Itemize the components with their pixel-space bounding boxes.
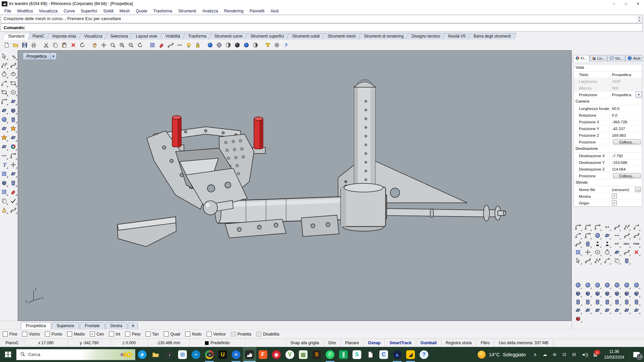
- eraser-button[interactable]: [157, 41, 166, 49]
- notepad-app[interactable]: [364, 347, 377, 362]
- solid-sphere-4-tool[interactable]: [603, 281, 611, 289]
- open-polyline-tool[interactable]: [593, 248, 601, 256]
- solid-sphere-6-tool[interactable]: [623, 281, 631, 289]
- solid-cylinder-7-tool[interactable]: [632, 298, 640, 306]
- extrude-tool[interactable]: [9, 179, 17, 187]
- cast-icon[interactable]: ⊡: [561, 352, 567, 357]
- viewport-tab[interactable]: Superiore: [52, 322, 79, 329]
- point-tool[interactable]: [9, 52, 17, 60]
- command-scrollbar[interactable]: ▲▼: [637, 15, 642, 22]
- toolbar-tab[interactable]: Trasforma: [182, 33, 213, 40]
- rotate-view-button[interactable]: [136, 41, 145, 49]
- menu-item[interactable]: Modifica: [14, 8, 36, 14]
- offset-curve-tool[interactable]: [593, 223, 601, 231]
- layer-cell[interactable]: Predefinito: [190, 339, 246, 347]
- property-value[interactable]: -369.728: [610, 120, 642, 124]
- shaded-view-button[interactable]: [224, 41, 233, 49]
- solid-cylinder-3-tool[interactable]: [593, 298, 601, 306]
- solid-cube-tool[interactable]: [0, 179, 8, 187]
- onedrive-icon[interactable]: ☁: [542, 352, 547, 357]
- osnap-checkbox[interactable]: [45, 331, 50, 337]
- solid-slab-6-tool[interactable]: [623, 306, 631, 314]
- command-history[interactable]: Creazione delle mesh in corso... Premere…: [1, 15, 643, 23]
- convert-dashed-tool[interactable]: [613, 231, 621, 239]
- curve-tool[interactable]: [9, 61, 17, 69]
- toolbar-tab[interactable]: Strumenti superfici: [245, 33, 290, 40]
- zoom-extents-button[interactable]: [126, 41, 136, 49]
- solid-cylinder-6-tool[interactable]: [623, 298, 631, 306]
- osnap-checkbox[interactable]: [125, 331, 130, 337]
- browse-button[interactable]: ...: [635, 187, 641, 192]
- box-tool[interactable]: [9, 106, 17, 114]
- taskbar-search-box[interactable]: Cerca ❀ ❀ ✿: [16, 349, 136, 360]
- rectangle-3pt-tool[interactable]: [9, 79, 17, 87]
- solid-cylinder-1-tool[interactable]: [574, 298, 582, 306]
- fillet-curves-tool[interactable]: [574, 223, 582, 231]
- property-value[interactable]: Colloca...: [610, 139, 642, 144]
- print-button[interactable]: [29, 41, 38, 49]
- toolbar-tab[interactable]: Seleziona: [104, 33, 134, 40]
- property-value[interactable]: 1620: [610, 79, 642, 83]
- solid-box-2-tool[interactable]: [584, 289, 592, 297]
- osnap-checkbox[interactable]: [22, 331, 27, 337]
- sphere-tool[interactable]: [0, 115, 8, 123]
- color-wheel-tool[interactable]: [9, 142, 17, 150]
- surface-cage-tool[interactable]: [9, 97, 17, 105]
- chitubox-app[interactable]: C: [377, 347, 390, 362]
- file-explorer-app[interactable]: [149, 347, 162, 362]
- status-toggle[interactable]: SmartTrack: [385, 339, 416, 347]
- property-value[interactable]: Colloca...: [610, 173, 642, 178]
- status-toggle[interactable]: Filtro: [476, 339, 494, 347]
- status-toggle[interactable]: Osnap: [364, 339, 385, 347]
- subcurve-tool[interactable]: [584, 231, 592, 239]
- render-button[interactable]: [206, 41, 215, 49]
- blend-curve-tool[interactable]: [9, 152, 17, 160]
- insert-kink-tool[interactable]: [623, 223, 631, 231]
- undo-button[interactable]: [78, 41, 87, 49]
- solid-sphere-7-tool[interactable]: [632, 281, 640, 289]
- solid-box-6-tool[interactable]: [623, 289, 631, 297]
- curve-handles-tool[interactable]: [623, 248, 631, 256]
- fillet-curve-tool[interactable]: [0, 97, 8, 105]
- menu-item[interactable]: Pannelli: [247, 8, 267, 14]
- property-value[interactable]: -7.792: [610, 154, 642, 158]
- edit-curve-tool[interactable]: [584, 256, 592, 264]
- lasso-select-tool[interactable]: [9, 206, 17, 214]
- edge-app[interactable]: e: [136, 347, 149, 362]
- osnap-item[interactable]: Tan: [146, 331, 159, 337]
- solid-slab-4-tool[interactable]: [603, 306, 611, 314]
- osnap-item[interactable]: Medio: [67, 331, 85, 337]
- property-value[interactable]: [610, 194, 642, 199]
- menu-item[interactable]: File: [1, 8, 14, 14]
- toolbar-tab[interactable]: Strumenti solidi: [286, 33, 325, 40]
- adjust-end-bulge-tool[interactable]: [574, 231, 582, 239]
- tab-livelli[interactable]: Liv...: [590, 55, 607, 61]
- property-value[interactable]: 800: [610, 86, 642, 90]
- store-app[interactable]: ⊞: [176, 347, 189, 362]
- nordvpn-app[interactable]: ▲: [390, 347, 404, 362]
- osnap-checkbox[interactable]: [109, 331, 114, 337]
- freecad-yellow-app[interactable]: ◢: [404, 347, 417, 362]
- menu-item[interactable]: Analizza: [199, 8, 221, 14]
- primitives-tool[interactable]: [0, 206, 8, 214]
- toolbar-tab[interactable]: Standard: [2, 33, 30, 40]
- check-objects-tool[interactable]: [9, 197, 17, 205]
- edit-points-on-tool[interactable]: [593, 240, 601, 248]
- change-degree-tool[interactable]: DEG: [623, 240, 631, 248]
- property-value[interactable]: -42.237: [610, 127, 642, 131]
- block-tool[interactable]: [0, 170, 8, 178]
- status-toggle[interactable]: Snap alla griglia: [286, 339, 324, 347]
- arc-tool[interactable]: [0, 79, 8, 87]
- cplane-grid-button[interactable]: [148, 41, 157, 49]
- osnap-item[interactable]: Disabilita: [256, 331, 279, 337]
- toolbar-tab[interactable]: Novità V5: [442, 33, 472, 40]
- curve-knot-tool[interactable]: [632, 231, 640, 239]
- osnap-item[interactable]: Proietta: [231, 331, 251, 337]
- solid-sphere-2-tool[interactable]: [584, 281, 592, 289]
- wireframe-view-button[interactable]: [215, 41, 224, 49]
- solid-box-7-tool[interactable]: [632, 289, 640, 297]
- drum-surface-tool[interactable]: [623, 256, 631, 264]
- solid-cylinder-2-tool[interactable]: [584, 298, 592, 306]
- tab-proprieta[interactable]: Pr...: [573, 55, 589, 61]
- point-color-tool[interactable]: [0, 152, 8, 160]
